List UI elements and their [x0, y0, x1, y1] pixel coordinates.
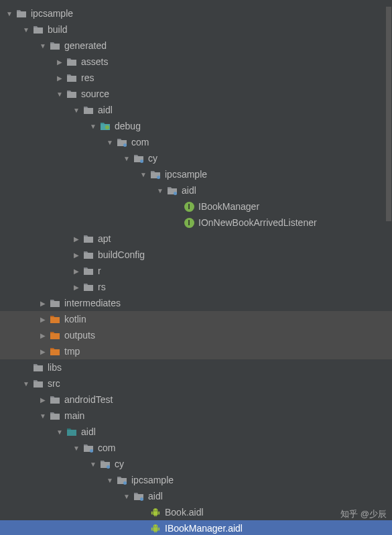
- chevron-down-icon[interactable]: ▼: [5, 10, 13, 17]
- chevron-down-icon[interactable]: ▼: [106, 139, 114, 146]
- chevron-right-icon[interactable]: ▶: [39, 332, 47, 339]
- tree-row[interactable]: ▶libs: [0, 359, 392, 375]
- chevron-down-icon[interactable]: ▼: [22, 380, 30, 388]
- chevron-down-icon[interactable]: ▼: [39, 412, 47, 420]
- chevron-down-icon[interactable]: ▼: [72, 444, 80, 452]
- tree-row[interactable]: ▶IBookManager.aidl: [0, 520, 392, 535]
- tree-item-label: Book.aidl: [165, 507, 204, 518]
- chevron-right-icon[interactable]: ▶: [56, 58, 64, 66]
- package-folder-icon: [100, 459, 111, 469]
- folder-icon: [83, 282, 94, 292]
- folder-icon: [33, 24, 44, 35]
- tree-row[interactable]: ▼generated: [0, 38, 392, 54]
- tree-item-label: androidTest: [64, 394, 113, 405]
- tree-item-label: intermediates: [64, 298, 121, 308]
- chevron-right-icon[interactable]: ▶: [72, 235, 80, 243]
- tree-row[interactable]: ▶tmp: [0, 343, 392, 359]
- tree-row[interactable]: ▼com: [0, 440, 392, 456]
- tree-row[interactable]: ▶kotlin: [0, 311, 392, 327]
- chevron-right-icon[interactable]: ▶: [39, 348, 47, 355]
- tree-item-label: IOnNewBookArrivedListener: [198, 217, 317, 228]
- svg-point-1: [154, 510, 155, 510]
- chevron-right-icon[interactable]: ▶: [39, 396, 47, 404]
- tree-row[interactable]: ▼aidl: [0, 102, 392, 118]
- tree-row[interactable]: ▶intermediates: [0, 295, 392, 311]
- svg-point-3: [154, 526, 155, 526]
- folder-icon: [66, 88, 77, 99]
- chevron-down-icon[interactable]: ▼: [123, 493, 131, 500]
- folder-icon: [50, 298, 60, 308]
- chevron-down-icon[interactable]: ▼: [72, 107, 80, 114]
- tree-item-label: com: [98, 442, 115, 453]
- tree-row[interactable]: ▶assets: [0, 54, 392, 70]
- svg-point-2: [156, 510, 157, 510]
- chevron-down-icon[interactable]: ▼: [139, 171, 147, 178]
- tree-item-label: kotlin: [64, 314, 86, 324]
- tree-row[interactable]: ▶androidTest: [0, 392, 392, 408]
- tree-item-label: IBookManager: [198, 201, 259, 212]
- chevron-right-icon[interactable]: ▶: [72, 251, 80, 259]
- folder-icon: [50, 40, 60, 51]
- tree-row[interactable]: ▼com: [0, 134, 392, 150]
- folder-icon: [66, 72, 77, 83]
- chevron-down-icon[interactable]: ▼: [39, 42, 47, 50]
- folder-icon: [83, 249, 94, 260]
- tree-row[interactable]: ▶IIBookManager: [0, 198, 392, 215]
- tree-row[interactable]: ▼main: [0, 408, 392, 424]
- tree-row[interactable]: ▶outputs: [0, 327, 392, 343]
- chevron-down-icon[interactable]: ▼: [56, 428, 64, 436]
- chevron-down-icon[interactable]: ▼: [106, 477, 114, 484]
- scrollbar[interactable]: [386, 7, 391, 221]
- folder-icon: [83, 265, 94, 276]
- tree-item-label: apt: [98, 233, 111, 244]
- chevron-down-icon[interactable]: ▼: [89, 461, 97, 468]
- tree-row[interactable]: ▶IIOnNewBookArrivedListener: [0, 215, 392, 231]
- tree-row[interactable]: ▼ipcsample: [0, 472, 392, 488]
- tree-row[interactable]: ▶buildConfig: [0, 247, 392, 263]
- tree-row[interactable]: ▼cy: [0, 456, 392, 472]
- tree-row[interactable]: ▼aidl: [0, 488, 392, 504]
- package-folder-icon: [150, 169, 161, 180]
- tree-row[interactable]: ▶res: [0, 70, 392, 86]
- folder-icon: [33, 378, 44, 389]
- chevron-down-icon[interactable]: ▼: [123, 155, 131, 162]
- folder-icon: [16, 8, 27, 19]
- tree-item-label: outputs: [64, 330, 95, 341]
- tree-row[interactable]: ▶rs: [0, 279, 392, 295]
- svg-point-4: [156, 526, 157, 526]
- chevron-right-icon[interactable]: ▶: [39, 316, 47, 323]
- folder-icon: [50, 346, 60, 357]
- chevron-right-icon[interactable]: ▶: [56, 74, 64, 82]
- tree-row[interactable]: ▼debug: [0, 118, 392, 134]
- tree-row[interactable]: ▶Book.aidl: [0, 504, 392, 520]
- tree-row[interactable]: ▼build: [0, 21, 392, 38]
- tree-row[interactable]: ▼aidl: [0, 182, 392, 198]
- tree-row[interactable]: ▶r: [0, 263, 392, 279]
- package-folder-icon: [133, 153, 144, 164]
- tree-item-label: aidl: [98, 105, 113, 115]
- chevron-down-icon[interactable]: ▼: [22, 26, 30, 34]
- tree-row[interactable]: ▼aidl: [0, 424, 392, 440]
- chevron-right-icon[interactable]: ▶: [39, 300, 47, 307]
- tree-row[interactable]: ▼src: [0, 375, 392, 392]
- tree-row[interactable]: ▼ipcsample: [0, 5, 392, 21]
- tree-item-label: com: [131, 137, 149, 147]
- tree-item-label: r: [98, 265, 101, 276]
- chevron-down-icon[interactable]: ▼: [89, 123, 97, 130]
- tree-item-label: debug: [115, 121, 141, 131]
- chevron-down-icon[interactable]: ▼: [156, 187, 164, 194]
- chevron-right-icon[interactable]: ▶: [72, 268, 80, 275]
- tree-item-label: source: [81, 88, 109, 99]
- android-icon: [150, 523, 161, 534]
- tree-row[interactable]: ▶apt: [0, 231, 392, 247]
- chevron-down-icon[interactable]: ▼: [56, 91, 64, 98]
- tree-row[interactable]: ▼cy: [0, 150, 392, 166]
- tree-row[interactable]: ▼source: [0, 86, 392, 102]
- tree-row[interactable]: ▼ipcsample: [0, 166, 392, 182]
- tree-item-label: generated: [64, 40, 107, 51]
- folder-icon: [66, 426, 77, 437]
- svg-point-0: [105, 125, 109, 129]
- interface-icon: I: [184, 217, 194, 228]
- chevron-right-icon[interactable]: ▶: [72, 284, 80, 291]
- project-tree[interactable]: ▼ipcsample▼build▼generated▶assets▶res▼so…: [0, 0, 392, 535]
